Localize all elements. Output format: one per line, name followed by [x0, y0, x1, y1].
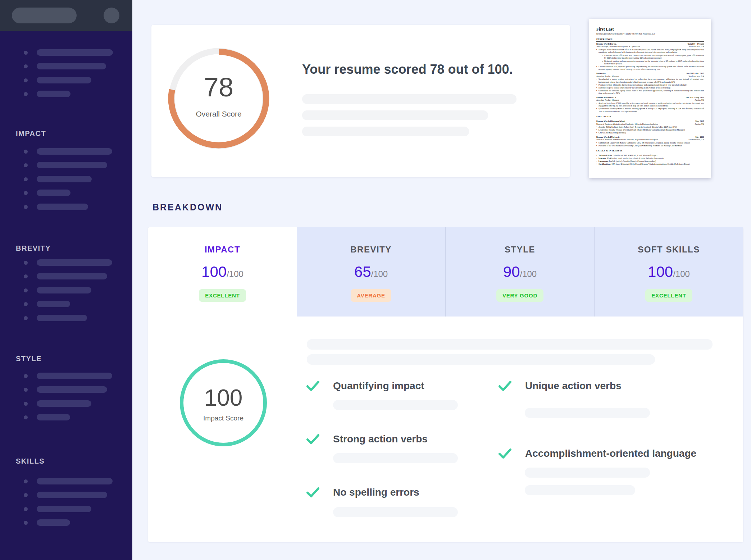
bullet-dot — [24, 415, 28, 419]
nav-label-placeholder — [37, 478, 113, 484]
bullet-dot — [24, 191, 28, 195]
sidebar-item[interactable] — [0, 414, 132, 420]
sidebar-item[interactable] — [0, 176, 132, 182]
tab-score-max: /100 — [520, 269, 537, 279]
tab-label: IMPACT — [148, 245, 297, 255]
text-placeholder — [525, 408, 650, 418]
sidebar-item[interactable] — [0, 506, 132, 512]
check-label-quantifying-impact: Quantifying impact — [333, 380, 424, 392]
tab-score-max: /100 — [371, 269, 388, 279]
resume-section: SKILLS & INTERESTSTechnical Skills: Sale… — [596, 149, 704, 166]
bullet-dot — [24, 261, 28, 265]
nav-label-placeholder — [37, 400, 91, 407]
sidebar-item[interactable] — [0, 91, 132, 97]
sidebar-item[interactable] — [0, 287, 132, 293]
nav-label-placeholder — [37, 519, 70, 526]
sidebar-item[interactable] — [0, 259, 132, 266]
tab-score: 65/100 — [297, 263, 445, 281]
text-placeholder — [333, 453, 458, 463]
tab-score-value: 65 — [354, 263, 371, 280]
resume-score-dashboard: IMPACT BREVITY STYLE SKILLS 78 Overall S… — [0, 0, 751, 560]
check-icon — [306, 434, 319, 445]
impact-score-label: Impact Score — [179, 414, 267, 422]
nav-label-placeholder — [37, 162, 107, 168]
text-placeholder — [307, 339, 713, 350]
check-label-accomplishment-oriented-language: Accomplishment-oriented language — [525, 447, 696, 460]
sidebar-item[interactable] — [0, 478, 132, 484]
bullet-dot — [24, 302, 28, 306]
nav-label-placeholder — [37, 492, 107, 498]
sidebar-heading-style: STYLE — [16, 355, 42, 363]
sidebar-item[interactable] — [0, 400, 132, 407]
check-icon — [306, 487, 319, 498]
tab-score: 100/100 — [595, 263, 743, 281]
sidebar-item[interactable] — [0, 204, 132, 210]
sidebar-item[interactable] — [0, 148, 132, 155]
sidebar: IMPACT BREVITY STYLE SKILLS — [0, 0, 132, 560]
nav-label-placeholder — [37, 315, 87, 321]
sidebar-item[interactable] — [0, 162, 132, 168]
overall-score-label: Overall Score — [168, 110, 269, 118]
sidebar-item[interactable] — [0, 301, 132, 307]
bullet-dot — [24, 288, 28, 292]
bullet-dot — [24, 51, 28, 55]
sidebar-item[interactable] — [0, 315, 132, 321]
nav-label-placeholder — [37, 287, 91, 293]
sidebar-heading-impact: IMPACT — [16, 129, 46, 138]
sidebar-item[interactable] — [0, 386, 132, 393]
nav-label-placeholder — [37, 204, 88, 210]
tab-soft-skills[interactable]: SOFT SKILLS 100/100 EXCELLENT — [594, 227, 743, 317]
text-placeholder — [525, 468, 650, 478]
impact-score-value: 100 — [179, 386, 267, 409]
tab-brevity[interactable]: BREVITY 65/100 AVERAGE — [297, 227, 445, 317]
nav-label-placeholder — [37, 373, 112, 379]
sidebar-heading-brevity: BREVITY — [16, 244, 51, 252]
check-label-no-spelling-errors: No spelling errors — [333, 486, 419, 498]
logo-placeholder[interactable] — [12, 8, 77, 23]
bullet-dot — [24, 64, 28, 68]
tab-score-value: 100 — [648, 263, 673, 280]
nav-label-placeholder — [37, 49, 113, 56]
text-placeholder — [302, 94, 516, 104]
sidebar-header — [0, 0, 132, 31]
bullet-dot — [24, 150, 28, 154]
sidebar-item[interactable] — [0, 63, 132, 69]
tab-score-max: /100 — [673, 269, 690, 279]
resume-preview-body: EXPERIENCEResume Worded & Co.Oct 2017 – … — [596, 38, 704, 166]
resume-preview[interactable]: First Last first.last@resumeworded.com |… — [589, 19, 711, 178]
sidebar-item[interactable] — [0, 77, 132, 83]
overall-score-value: 78 — [168, 74, 269, 101]
bullet-dot — [24, 479, 28, 483]
text-placeholder — [307, 354, 655, 365]
sidebar-item[interactable] — [0, 273, 132, 279]
status-badge: AVERAGE — [351, 289, 391, 302]
text-placeholder — [333, 400, 458, 410]
nav-label-placeholder — [37, 414, 70, 420]
bullet-dot — [24, 78, 28, 82]
sidebar-item[interactable] — [0, 190, 132, 196]
bullet-dot — [24, 163, 28, 167]
tab-label: SOFT SKILLS — [595, 245, 743, 255]
sidebar-item[interactable] — [0, 49, 132, 56]
sidebar-item[interactable] — [0, 492, 132, 498]
check-label-unique-action-verbs: Unique action verbs — [525, 380, 622, 392]
bullet-dot — [24, 274, 28, 278]
bullet-dot — [24, 402, 28, 406]
check-label-strong-action-verbs: Strong action verbs — [333, 433, 428, 445]
nav-label-placeholder — [37, 77, 91, 83]
tab-style[interactable]: STYLE 90/100 VERY GOOD — [445, 227, 594, 317]
tab-impact[interactable]: IMPACT 100/100 EXCELLENT — [148, 227, 297, 317]
check-icon — [499, 381, 511, 391]
sidebar-item[interactable] — [0, 373, 132, 379]
text-placeholder — [302, 110, 488, 120]
avatar[interactable] — [104, 8, 119, 23]
nav-label-placeholder — [37, 91, 70, 97]
resume-contact: first.last@resumeworded.com | +1 (123) 4… — [596, 33, 704, 36]
tab-label: STYLE — [446, 245, 594, 255]
bullet-dot — [24, 388, 28, 392]
sidebar-heading-skills: SKILLS — [16, 457, 45, 465]
resume-name: First Last — [596, 27, 704, 32]
text-placeholder — [333, 507, 458, 517]
nav-label-placeholder — [37, 176, 92, 182]
sidebar-item[interactable] — [0, 519, 132, 526]
